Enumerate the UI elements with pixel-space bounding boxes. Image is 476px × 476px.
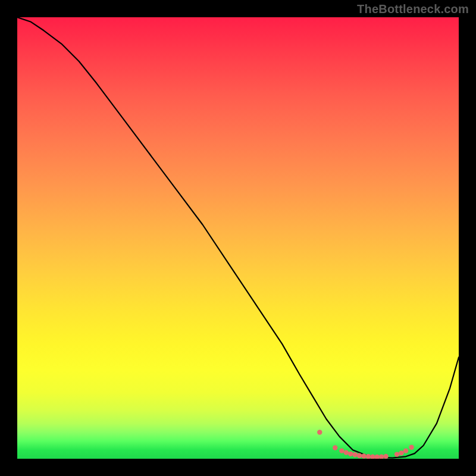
trough-marker	[348, 452, 353, 456]
trough-marker	[375, 455, 380, 459]
bottleneck-curve	[17, 17, 459, 459]
watermark-text: TheBottleneck.com	[357, 2, 469, 16]
trough-marker	[317, 430, 322, 434]
trough-marker	[344, 450, 349, 455]
trough-marker	[370, 454, 375, 459]
trough-marker	[394, 452, 399, 456]
trough-marker	[361, 453, 366, 458]
trough-marker	[339, 448, 344, 453]
trough-marker	[383, 454, 388, 459]
trough-marker	[333, 445, 337, 450]
trough-marker	[379, 454, 384, 459]
trough-marker	[352, 452, 357, 457]
trough-marker	[357, 453, 362, 458]
chart-plot-area	[17, 17, 459, 459]
trough-marker	[403, 448, 408, 453]
trough-marker	[409, 445, 414, 450]
trough-marker	[399, 450, 403, 455]
